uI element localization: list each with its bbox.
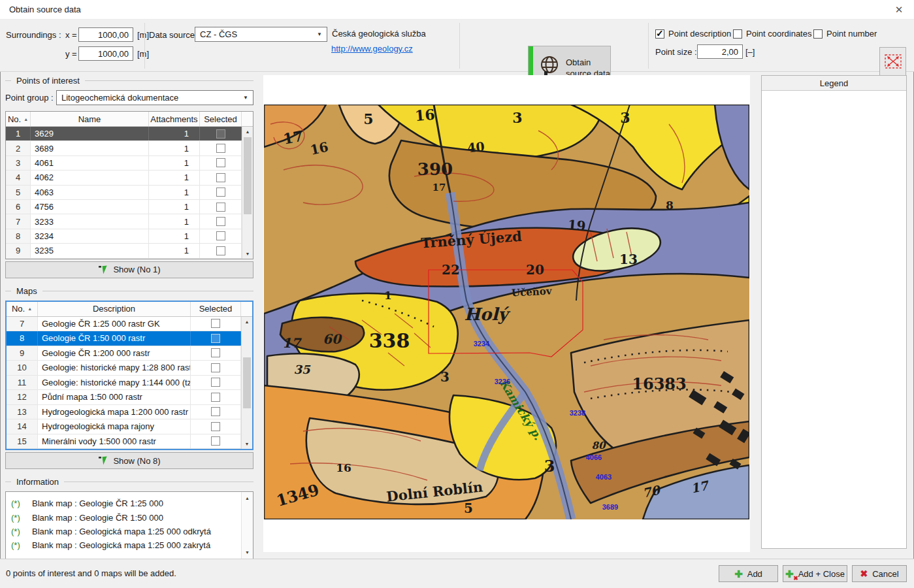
row-checkbox[interactable] [211, 407, 220, 416]
scroll-down-icon[interactable]: ▼ [242, 547, 253, 557]
row-checkbox[interactable] [211, 334, 220, 343]
table-cell [200, 156, 242, 170]
table-cell: 3629 [31, 127, 149, 140]
maps-table-row[interactable]: 13Hydrogeologická mapa 1:200 000 rastr [7, 405, 241, 420]
table-cell [191, 346, 241, 361]
row-checkbox[interactable] [211, 348, 220, 357]
scrollbar-thumb[interactable] [243, 357, 251, 408]
show-map-label: Show (No 8) [113, 456, 160, 466]
obtain-button-line1: Obtain [566, 57, 610, 68]
points-table-row[interactable]: 540631 [6, 186, 242, 200]
points-table-row[interactable]: 440621 [6, 171, 242, 185]
column-header-selected[interactable]: Selected [200, 112, 242, 126]
column-header-selected[interactable]: Selected [191, 302, 241, 316]
scroll-up-icon[interactable]: ▲ [242, 317, 252, 327]
row-checkbox[interactable] [216, 158, 225, 167]
point-number-checkbox[interactable]: Point number [813, 29, 877, 39]
information-header: Information [5, 477, 253, 487]
map-label: 1 [384, 289, 392, 302]
row-checkbox[interactable] [211, 363, 220, 372]
table-cell [191, 405, 241, 419]
sort-asc-icon: ▲ [24, 117, 28, 122]
table-cell [200, 244, 242, 257]
scroll-up-icon[interactable]: ▲ [242, 493, 253, 503]
row-checkbox[interactable] [211, 319, 220, 328]
column-header-attachments[interactable]: Attachments [149, 112, 200, 126]
row-checkbox[interactable] [211, 422, 220, 431]
row-checkbox[interactable] [216, 188, 225, 197]
row-checkbox[interactable] [216, 203, 225, 212]
zoom-extents-button[interactable] [879, 47, 906, 76]
scrollbar-thumb[interactable] [244, 137, 252, 214]
point-size-input[interactable]: 2,00 [697, 44, 743, 59]
information-list: (*)Blank map : Geologie ČR 1:25 000(*)Bl… [5, 491, 253, 559]
sort-asc-icon: ▲ [27, 306, 32, 311]
row-checkbox[interactable] [216, 129, 225, 139]
points-table-row[interactable]: 136291 [6, 127, 242, 141]
provider-link[interactable]: http://www.geology.cz [331, 44, 413, 54]
information-scrollbar[interactable]: ▲ ▼ [241, 492, 253, 559]
maps-table-row[interactable]: 15Minerálni vody 1:500 000 rastr [7, 434, 241, 449]
map-label: 60 [323, 331, 342, 347]
table-cell [191, 434, 241, 449]
maps-table-row[interactable]: 8Geologie ČR 1:50 000 rastr [7, 331, 241, 346]
row-checkbox[interactable] [216, 144, 225, 153]
table-cell: Geologie ČR 1:25 000 rastr GK [38, 317, 191, 331]
data-source-label: Data source : [149, 30, 199, 40]
row-checkbox[interactable] [211, 436, 220, 446]
row-checkbox[interactable] [211, 378, 220, 387]
table-cell [200, 214, 242, 228]
points-table-row[interactable]: 647561 [6, 200, 242, 214]
maps-table-row[interactable]: 9Geologie ČR 1:200 000 rastr [7, 346, 241, 361]
maps-table-row[interactable]: 11Geologie: historické mapy 1:144 000 (t… [7, 376, 241, 391]
maps-table-row[interactable]: 12Půdní mapa 1:50 000 rastr [7, 390, 241, 405]
points-table-row[interactable]: 932351 [6, 244, 242, 258]
map-view[interactable]: 171651633390401719222013Trněný ÚjezdUčeň… [263, 75, 750, 552]
row-checkbox[interactable] [216, 217, 225, 226]
y-input[interactable]: 1000,00 [78, 46, 133, 61]
table-cell: 4063 [31, 186, 149, 199]
row-checkbox[interactable] [216, 246, 225, 255]
points-table-row[interactable]: 832341 [6, 229, 242, 244]
scroll-down-icon[interactable]: ▼ [242, 249, 253, 259]
row-checkbox[interactable] [211, 393, 220, 402]
map-label: 390 [417, 159, 453, 179]
close-icon[interactable]: ✕ [890, 2, 907, 18]
table-cell: 1 [149, 244, 200, 257]
add-close-button[interactable]: ✚✖ Add + Close [783, 565, 847, 582]
point-description-checkbox[interactable]: Point description [655, 29, 731, 39]
map-label: 3 [512, 109, 522, 126]
show-point-button[interactable]: Show (No 1) [5, 261, 253, 278]
point-group-select[interactable]: Litogeochemická dokumentace ▼ [56, 90, 253, 105]
maps-table-row[interactable]: 10Geologie: historické mapy 1:28 800 ras… [7, 361, 241, 376]
checkbox-checked-icon [655, 29, 664, 39]
column-header-description[interactable]: Description [38, 302, 191, 316]
data-source-value: CZ - ČGS [200, 29, 237, 39]
maps-table-row[interactable]: 14Hydrogeologická mapa rajony [7, 419, 241, 434]
maps-scrollbar[interactable]: ▲ ▼ [241, 317, 252, 449]
x-input[interactable]: 1000,00 [78, 27, 133, 42]
column-header-no[interactable]: No.▲ [6, 112, 31, 126]
points-table-row[interactable]: 340611 [6, 156, 242, 171]
points-table-row[interactable]: 236891 [6, 141, 242, 155]
table-cell [200, 186, 242, 199]
table-cell: Geologie: historické mapy 1:144 000 (tzv… [38, 376, 191, 390]
data-source-select[interactable]: CZ - ČGS ▼ [195, 27, 327, 42]
points-scrollbar[interactable]: ▲ ▼ [242, 127, 253, 259]
scroll-up-icon[interactable]: ▲ [242, 127, 253, 137]
column-header-name[interactable]: Name [31, 112, 149, 126]
scroll-down-icon[interactable]: ▼ [242, 439, 252, 449]
cancel-button[interactable]: ✖ Cancel [852, 565, 907, 582]
show-map-button[interactable]: Show (No 8) [5, 452, 253, 469]
row-checkbox[interactable] [216, 231, 225, 240]
points-table-row[interactable]: 732331 [6, 214, 242, 229]
row-checkbox[interactable] [216, 173, 225, 182]
add-button[interactable]: ✚ Add [719, 565, 778, 582]
provider-name: Česká geologická služba [332, 29, 426, 39]
add-label: Add [747, 569, 762, 579]
table-cell: 1 [6, 127, 31, 140]
show-pencil-icon [98, 455, 108, 466]
column-header-no[interactable]: No.▲ [7, 302, 38, 316]
maps-table-row[interactable]: 7Geologie ČR 1:25 000 rastr GK [7, 317, 241, 332]
point-coordinates-checkbox[interactable]: Point coordinates [733, 29, 811, 39]
